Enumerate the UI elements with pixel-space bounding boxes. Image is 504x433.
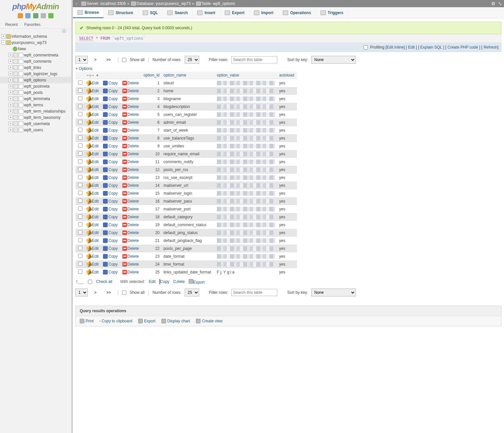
row-copy[interactable]: Copy [101, 119, 120, 126]
tab-operations[interactable]: Operations [278, 7, 316, 18]
row-checkbox[interactable] [78, 191, 82, 195]
table-structure-icon[interactable] [19, 90, 23, 95]
ops-create-view[interactable]: Create view [196, 319, 222, 323]
table-browse-icon[interactable] [13, 78, 18, 82]
col-option-name[interactable]: option_name [161, 72, 215, 79]
tab-import[interactable]: Import [249, 7, 278, 18]
table-browse-icon[interactable] [13, 128, 18, 132]
table-browse-icon[interactable] [13, 84, 18, 89]
row-copy[interactable]: Copy [101, 95, 120, 103]
table-structure-icon[interactable] [19, 121, 23, 126]
tree-table[interactable]: wpft_usermeta [24, 121, 50, 126]
sidebar-tab-recent[interactable]: Recent [2, 21, 21, 28]
row-edit[interactable]: Edit [85, 229, 101, 237]
row-delete[interactable]: Delete [120, 103, 142, 111]
row-edit[interactable]: Edit [85, 150, 101, 158]
row-copy[interactable]: Copy [101, 111, 120, 119]
breadcrumb-database[interactable]: Database: yourcpusercc_wp73 [136, 1, 191, 6]
table-structure-icon[interactable] [19, 59, 23, 64]
row-copy[interactable]: Copy [101, 166, 120, 174]
row-copy[interactable]: Copy [101, 134, 120, 142]
row-checkbox[interactable] [78, 183, 82, 187]
tab-structure[interactable]: Structure [104, 7, 138, 18]
tree-table[interactable]: wpft_term_relationships [24, 109, 66, 114]
page-select[interactable]: 1 [75, 289, 88, 296]
row-edit[interactable]: Edit [85, 103, 101, 111]
collapse-handle-icon[interactable]: ⊜ [61, 29, 67, 33]
row-edit[interactable]: Edit [85, 197, 101, 205]
row-delete[interactable]: Delete [120, 189, 142, 197]
page-settings-gear-icon[interactable]: ⚙ [491, 1, 495, 6]
page-collapse-icon[interactable]: ⤡ [498, 1, 502, 6]
row-checkbox[interactable] [78, 151, 82, 156]
table-browse-icon[interactable] [13, 121, 18, 126]
row-checkbox[interactable] [78, 199, 82, 203]
row-edit[interactable]: Edit [85, 119, 101, 126]
sidebar-tab-favorites[interactable]: Favorites [21, 21, 44, 28]
table-browse-icon[interactable] [13, 115, 18, 120]
tab-search[interactable]: Search [163, 7, 193, 18]
row-copy[interactable]: Copy [101, 213, 120, 221]
tab-export[interactable]: Export [220, 7, 249, 18]
table-browse-icon[interactable] [13, 97, 18, 101]
row-checkbox[interactable] [78, 143, 82, 148]
create-php-code-link[interactable]: Create PHP code [448, 45, 478, 50]
row-edit[interactable]: Edit [85, 87, 101, 95]
expand-icon[interactable]: + [9, 121, 13, 126]
tree-table[interactable]: wpft_term_taxonomy [24, 115, 60, 120]
row-checkbox[interactable] [78, 230, 82, 234]
table-browse-icon[interactable] [13, 53, 18, 57]
explain-sql-link[interactable]: Explain SQL [420, 45, 442, 50]
rows-select[interactable]: 25 [185, 289, 199, 296]
tree-table[interactable]: wpft_options [24, 78, 46, 82]
row-delete[interactable]: Delete [120, 237, 142, 245]
row-copy[interactable]: Copy [101, 268, 120, 276]
row-copy[interactable]: Copy [101, 174, 120, 182]
row-edit[interactable]: Edit [85, 182, 101, 189]
row-edit[interactable]: Edit [85, 134, 101, 142]
nav-back-icon[interactable]: ← [75, 1, 79, 6]
home-icon[interactable] [18, 13, 23, 18]
row-delete[interactable]: Delete [120, 221, 142, 229]
row-edit[interactable]: Edit [85, 189, 101, 197]
docs-icon[interactable] [33, 13, 38, 18]
table-structure-icon[interactable] [19, 109, 23, 114]
tree-table[interactable]: wpft_comments [24, 59, 52, 64]
reload-icon[interactable] [48, 13, 53, 18]
row-copy[interactable]: Copy [101, 189, 120, 197]
table-structure-icon[interactable] [19, 115, 23, 120]
tree-table[interactable]: wpft_loginizer_logs [24, 72, 57, 76]
row-copy[interactable]: Copy [101, 245, 120, 252]
row-delete[interactable]: Delete [120, 79, 142, 87]
checkall-link[interactable]: Check all [96, 279, 112, 284]
row-checkbox[interactable] [78, 167, 82, 171]
row-copy[interactable]: Copy [101, 205, 120, 213]
bulk-delete[interactable]: Delete [173, 279, 185, 284]
row-delete[interactable]: Delete [120, 134, 142, 142]
table-browse-icon[interactable] [13, 109, 18, 114]
tree-table[interactable]: wpft_terms [24, 103, 43, 107]
table-browse-icon[interactable] [13, 65, 18, 70]
row-checkbox[interactable] [78, 206, 82, 211]
next-page[interactable]: > [91, 56, 100, 63]
tree-db[interactable]: information_schema [11, 34, 47, 39]
row-edit[interactable]: Edit [85, 252, 101, 260]
table-structure-icon[interactable] [19, 65, 23, 70]
profiling-checkbox[interactable] [364, 45, 368, 50]
settings-gear-icon[interactable] [41, 13, 46, 18]
row-checkbox[interactable] [78, 254, 82, 258]
row-delete[interactable]: Delete [120, 126, 142, 134]
last-page[interactable]: >> [103, 289, 114, 296]
table-browse-icon[interactable] [13, 103, 18, 107]
expand-icon[interactable]: + [9, 65, 13, 70]
tab-browse[interactable]: Browse [73, 7, 104, 18]
row-copy[interactable]: Copy [101, 126, 120, 134]
tree-table[interactable]: wpft_links [24, 65, 41, 70]
row-edit[interactable]: Edit [85, 111, 101, 119]
row-edit[interactable]: Edit [85, 268, 101, 276]
expand-icon[interactable]: + [9, 78, 13, 82]
row-edit[interactable]: Edit [85, 221, 101, 229]
bulk-export[interactable]: Export [189, 279, 205, 285]
row-delete[interactable]: Delete [120, 111, 142, 119]
row-checkbox[interactable] [78, 222, 82, 227]
